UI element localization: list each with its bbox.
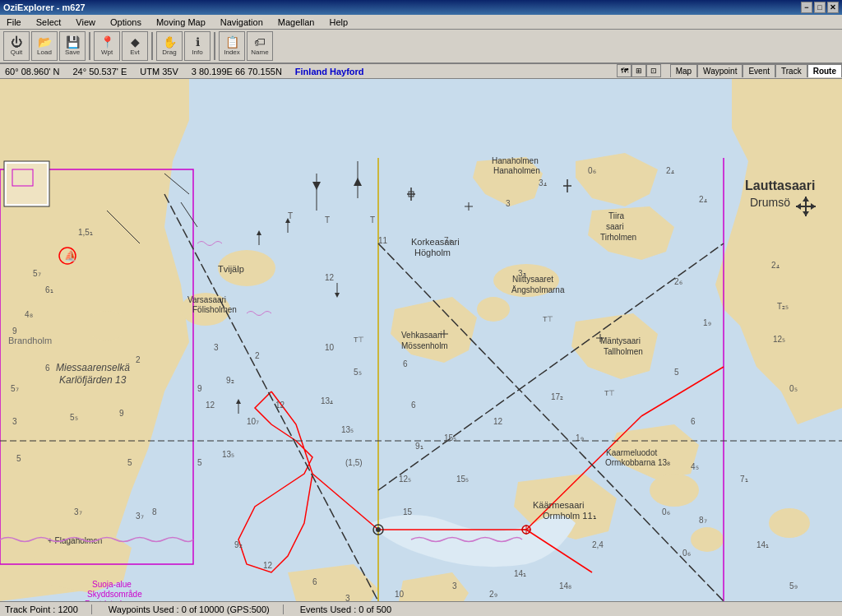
svg-text:T⊤: T⊤	[604, 389, 616, 397]
place-miessaarenselka: Miessaarenselkä	[56, 362, 130, 373]
depth-label: 14₁	[514, 569, 526, 578]
save-icon: 💾	[66, 36, 80, 48]
menu-select[interactable]: Select	[33, 16, 65, 28]
depth-label: 5	[127, 458, 132, 467]
depth-label: 3	[214, 343, 219, 352]
place-suoja-alue: Suoja-alue	[92, 580, 132, 589]
depth-label: 6	[403, 359, 408, 368]
menu-magellan[interactable]: Magellan	[275, 16, 318, 28]
tab-map[interactable]: Map	[670, 64, 697, 77]
menu-view[interactable]: View	[72, 16, 99, 28]
depth-label: 12	[325, 273, 335, 282]
toolbar-sep-2	[151, 32, 153, 60]
tab-route[interactable]: Route	[807, 64, 842, 77]
waypoints-status: Waypoints Used : 0 of 10000 (GPS:500)	[109, 604, 284, 614]
load-icon: 📂	[38, 36, 52, 48]
depth-label: T₂₅	[777, 302, 789, 311]
depth-label: 5₉	[789, 581, 798, 591]
index-icon: 📋	[225, 36, 239, 48]
place-varsasaari: Varsasaari	[187, 295, 226, 304]
depth-label: 2₄	[666, 166, 674, 175]
latitude: 60° 08.960' N	[5, 67, 59, 76]
depth-label: 3	[12, 417, 17, 426]
depth-label: 5₇	[11, 384, 19, 393]
menu-navigation[interactable]: Navigation	[217, 16, 266, 28]
map-view-buttons: 🗺 ⊞ ⊡	[617, 64, 661, 77]
drag-icon: ✋	[163, 36, 177, 48]
close-button[interactable]: ✕	[827, 2, 839, 13]
depth-label: 2₄	[699, 195, 707, 204]
toolbar-sep-3	[214, 32, 215, 60]
depth-label: 5₇	[33, 269, 41, 278]
depth-label: 5	[674, 368, 679, 377]
depth-label: 2,4	[592, 540, 604, 549]
wpt-icon: 📍	[100, 36, 114, 48]
drag-button[interactable]: ✋ Drag	[156, 31, 183, 61]
depth-label: 12	[206, 401, 215, 410]
depth-label: 3₇	[136, 512, 144, 521]
place-kaarmeluodot: Käärmesaari	[533, 500, 584, 510]
evt-icon: ◆	[131, 36, 140, 48]
titlebar: OziExplorer - m627 − □ ✕	[0, 0, 842, 15]
svg-text:T: T	[325, 215, 330, 225]
svg-text:T⊤: T⊤	[543, 315, 554, 323]
svg-text:⛵: ⛵	[64, 249, 76, 262]
tab-waypoint[interactable]: Waypoint	[697, 64, 743, 77]
view-btn-1[interactable]: 🗺	[617, 64, 632, 77]
menu-moving-map[interactable]: Moving Map	[153, 16, 209, 28]
place-folisholmen: Fölisholmen	[192, 305, 237, 314]
grid-coords: 3 80.199E 66 70.155N	[192, 67, 282, 76]
svg-point-13	[86, 311, 127, 340]
place-mantysaari: Mäntysaari	[600, 336, 641, 345]
depth-label: 10₇	[247, 417, 259, 426]
depth-label: 0₆	[588, 166, 596, 175]
place-lauttasaari: Lauttasaari	[745, 178, 815, 192]
depth-label: 5	[16, 454, 21, 463]
menu-options[interactable]: Options	[107, 16, 145, 28]
tab-event[interactable]: Event	[743, 64, 775, 77]
depth-label: 2₄	[771, 261, 780, 270]
depth-label: 5	[197, 458, 202, 467]
depth-label: 1₉	[703, 318, 711, 327]
depth-label: 2	[255, 351, 260, 360]
depth-label: 10	[395, 590, 405, 599]
name-button[interactable]: 🏷 Name	[247, 31, 273, 61]
view-btn-3[interactable]: ⊡	[646, 64, 661, 77]
svg-text:T: T	[288, 211, 293, 220]
quit-button[interactable]: ⏻ Quit	[3, 31, 30, 61]
toolbar: ⏻ Quit 📂 Load 💾 Save 📍 Wpt ◆ Evt ✋ Drag …	[0, 30, 842, 64]
quit-icon: ⏻	[11, 36, 22, 48]
depth-label: 2₆	[674, 277, 682, 286]
svg-text:T⊤: T⊤	[354, 336, 365, 344]
depth-label: 11	[378, 236, 388, 245]
place-tiira: Tiira	[608, 211, 625, 220]
depth-label: 3₄	[539, 178, 547, 188]
menu-help[interactable]: Help	[326, 16, 351, 28]
place-hanaholmen2: Hanaholmen	[493, 166, 540, 175]
load-button[interactable]: 📂 Load	[31, 31, 58, 61]
depth-label: 3₇	[74, 507, 82, 516]
menu-file[interactable]: File	[3, 16, 25, 28]
wpt-button[interactable]: 📍 Wpt	[94, 31, 120, 61]
view-btn-2[interactable]: ⊞	[632, 64, 646, 77]
index-button[interactable]: 📋 Index	[219, 31, 245, 61]
save-button[interactable]: 💾 Save	[59, 31, 86, 61]
place-tallholmen: Tallholmen	[604, 347, 643, 356]
evt-button[interactable]: ◆ Evt	[122, 31, 148, 61]
minimize-button[interactable]: −	[801, 2, 812, 13]
map-area[interactable]: ⛵ 9 6 5₅ 5 9 5 5 9 8 9₂ 10₇ 13	[0, 79, 842, 601]
place-hogholm: Högholm	[414, 248, 451, 257]
depth-label: 8₇	[699, 516, 707, 525]
info-button[interactable]: ℹ Info	[184, 31, 210, 61]
place-niittysaaret: Niittysaaret	[512, 275, 553, 284]
app-title: OziExplorer - m627	[3, 2, 86, 12]
depth-label: 7₁	[740, 475, 748, 484]
svg-point-34	[376, 527, 381, 532]
depth-label: 9	[119, 409, 124, 418]
place-kaarmeluodot2: Kaarmeluodot	[606, 448, 657, 457]
maximize-button[interactable]: □	[814, 2, 826, 13]
tab-track[interactable]: Track	[775, 64, 807, 77]
depth-label: 12₅	[399, 475, 411, 484]
depth-label: 0₅	[789, 384, 798, 393]
toolbar-sep-1	[89, 32, 90, 60]
